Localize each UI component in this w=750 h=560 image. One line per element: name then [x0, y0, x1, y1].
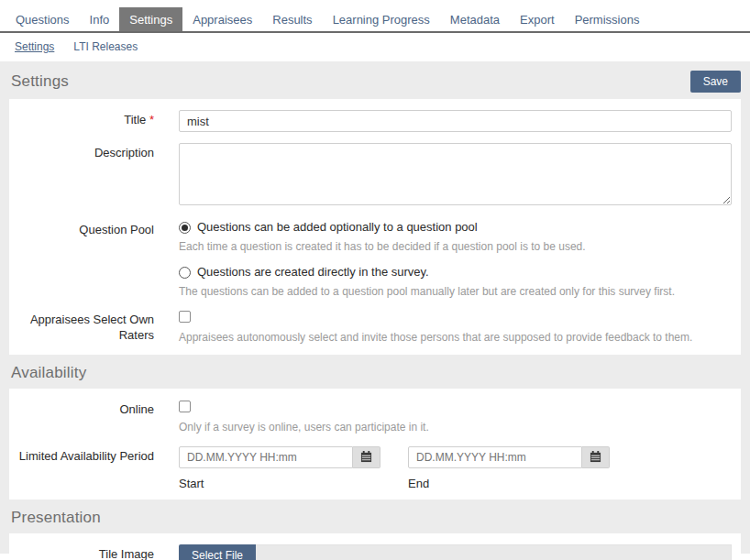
- online-label: Online: [9, 400, 179, 435]
- start-date-input[interactable]: [179, 446, 353, 468]
- option-label[interactable]: Questions can be added optionally to a q…: [197, 220, 478, 236]
- title-label: Title *: [9, 110, 179, 132]
- sub-tabs: Settings LTI Releases: [0, 33, 750, 61]
- select-file-button[interactable]: Select File: [179, 544, 256, 560]
- start-date-group: Start: [179, 446, 381, 490]
- tab-permissions[interactable]: Permissions: [565, 7, 650, 31]
- title-input[interactable]: [179, 110, 732, 132]
- description-label: Description: [9, 143, 179, 209]
- question-pool-row: Question Pool Questions can be added opt…: [9, 220, 732, 299]
- tab-settings[interactable]: Settings: [119, 7, 182, 31]
- title-row: Title *: [9, 110, 732, 132]
- end-date-group: End: [408, 446, 610, 490]
- question-pool-option-1: Questions can be added optionally to a q…: [179, 220, 732, 236]
- appraisees-checkbox[interactable]: [179, 311, 191, 323]
- tile-image-row: Tile Image Select File Maximum upload si…: [9, 544, 732, 560]
- description-row: Description: [9, 143, 732, 209]
- radio-button-unchecked[interactable]: [179, 267, 191, 279]
- radio-button-checked[interactable]: [179, 222, 191, 234]
- settings-section-header: Settings Save: [0, 61, 750, 99]
- tab-metadata[interactable]: Metadata: [440, 7, 510, 31]
- calendar-icon: [590, 451, 601, 463]
- description-textarea[interactable]: [179, 143, 732, 205]
- top-tab-bar: Questions Info Settings Appraisees Resul…: [0, 0, 750, 61]
- option-byline: Each time a question is created it has t…: [179, 239, 732, 255]
- appraisees-label: Appraisees Select Own Raters: [9, 310, 179, 346]
- required-marker: *: [149, 113, 154, 126]
- availability-panel: Online Only if a survey is online, users…: [9, 389, 741, 500]
- availability-period-row: Limited Availability Period: [9, 446, 732, 490]
- end-date-input[interactable]: [408, 446, 582, 468]
- calendar-icon: [360, 451, 372, 463]
- save-button[interactable]: Save: [690, 71, 741, 93]
- tab-learning-progress[interactable]: Learning Progress: [323, 7, 440, 31]
- tab-export[interactable]: Export: [510, 7, 565, 31]
- question-pool-option-2: Questions are created directly in the su…: [179, 265, 732, 280]
- availability-period-label: Limited Availability Period: [9, 446, 179, 490]
- end-date-picker-button[interactable]: [582, 446, 610, 468]
- appraisees-row: Appraisees Select Own Raters Appraisees …: [9, 310, 732, 346]
- tab-questions[interactable]: Questions: [6, 7, 80, 31]
- presentation-section-header: Presentation: [0, 500, 750, 533]
- option-label[interactable]: Questions are created directly in the su…: [197, 265, 429, 280]
- option-byline: The questions can be added to a question…: [179, 284, 732, 300]
- appraisees-byline: Appraisees autonomously select and invit…: [179, 330, 732, 346]
- tab-appraisees[interactable]: Appraisees: [182, 7, 262, 31]
- end-label: End: [408, 477, 610, 490]
- file-name-display: [256, 544, 732, 560]
- start-label: Start: [179, 477, 381, 490]
- subtab-lti-releases[interactable]: LTI Releases: [73, 40, 138, 53]
- page-title: Settings: [11, 72, 69, 91]
- tile-image-label: Tile Image: [9, 544, 179, 560]
- settings-page: Settings Save Title * Description Questi…: [0, 61, 750, 554]
- file-upload-control: Select File: [179, 544, 732, 560]
- presentation-panel: Tile Image Select File Maximum upload si…: [9, 533, 741, 560]
- title-label-text: Title: [124, 113, 146, 126]
- availability-title: Availability: [11, 364, 86, 382]
- tab-results[interactable]: Results: [262, 7, 322, 31]
- online-checkbox[interactable]: [179, 401, 191, 412]
- settings-form-panel: Title * Description Question Pool Questi…: [9, 99, 741, 355]
- availability-section-header: Availability: [0, 355, 750, 389]
- main-tabs: Questions Info Settings Appraisees Resul…: [0, 7, 750, 33]
- subtab-settings[interactable]: Settings: [15, 40, 54, 53]
- start-date-picker-button[interactable]: [353, 446, 381, 468]
- presentation-title: Presentation: [11, 509, 101, 527]
- online-row: Online Only if a survey is online, users…: [9, 400, 732, 435]
- question-pool-label: Question Pool: [9, 220, 179, 299]
- tab-info[interactable]: Info: [80, 7, 120, 31]
- online-byline: Only if a survey is online, users can pa…: [179, 420, 732, 435]
